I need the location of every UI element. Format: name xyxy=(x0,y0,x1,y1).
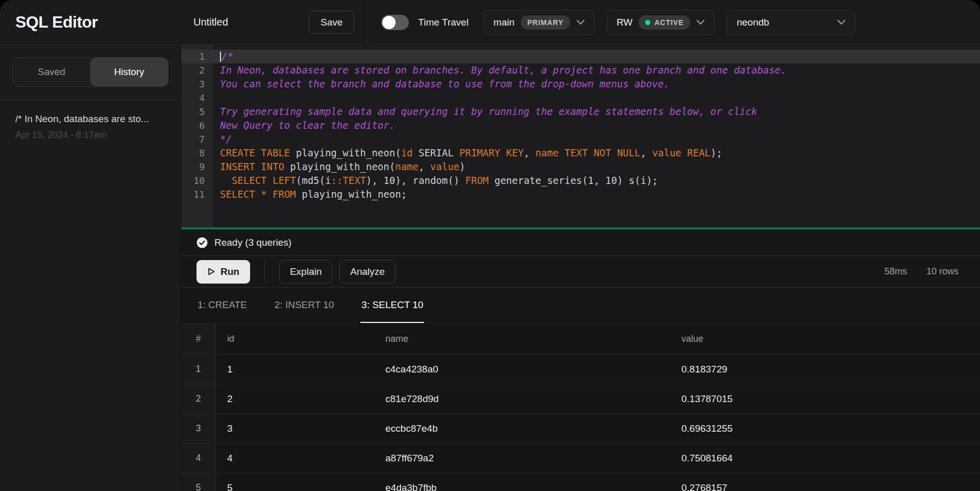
results-table: #idnamevalue 11c4ca4238a00.818372922c81e… xyxy=(181,323,980,491)
table-cell: c81e728d9d xyxy=(374,384,670,413)
code-token: SERIAL xyxy=(413,147,460,158)
table-row: 55e4da3b7fbb0.2768157 xyxy=(181,473,980,491)
line-content: In Neon, databases are stored on branche… xyxy=(213,63,980,77)
code-token: * xyxy=(261,189,266,200)
code-token: , xyxy=(524,147,535,158)
code-token xyxy=(220,175,232,186)
code-token: playing_with_neon; xyxy=(296,189,407,200)
branch-primary-badge: PRIMARY xyxy=(521,15,570,30)
compute-select[interactable]: RW ACTIVE xyxy=(607,10,715,35)
table-cell: 0.69631255 xyxy=(670,414,980,443)
result-tab-2[interactable]: 2: INSERT 10 xyxy=(274,288,335,323)
sidebar-tabs-section: SavedHistory xyxy=(0,45,181,100)
code-line[interactable]: 6New Query to clear the editor. xyxy=(181,119,980,132)
code-token xyxy=(681,147,687,158)
line-content: INSERT INTO playing_with_neon(name, valu… xyxy=(213,160,980,174)
compute-name: RW xyxy=(617,17,632,28)
ready-status-text: Ready (3 queries) xyxy=(214,237,291,248)
code-line[interactable]: 7*/ xyxy=(181,132,980,146)
sidebar-tab-history[interactable]: History xyxy=(90,58,168,86)
line-number: 5 xyxy=(181,105,213,119)
text-cursor xyxy=(220,52,221,62)
table-cell: 2 xyxy=(181,384,216,413)
code-line[interactable]: 2In Neon, databases are stored on branch… xyxy=(181,63,980,77)
code-token: SELECT xyxy=(232,175,267,186)
table-cell: e4da3b7fbb xyxy=(374,473,670,491)
table-cell: 0.13787015 xyxy=(670,384,980,413)
line-content: /* xyxy=(213,50,980,63)
table-cell: 0.8183729 xyxy=(670,355,980,384)
topbar-divider xyxy=(368,0,368,44)
code-token: Try generating sample data and querying … xyxy=(220,106,757,117)
status-bar: Ready (3 queries) xyxy=(181,229,980,256)
code-token: playing_with_neon( xyxy=(284,161,395,172)
code-token: In Neon, databases are stored on branche… xyxy=(220,64,787,76)
line-number: 6 xyxy=(181,119,213,132)
code-token xyxy=(267,175,273,186)
database-name: neondb xyxy=(737,17,769,28)
code-token: name xyxy=(395,161,419,172)
table-cell: eccbc87e4b xyxy=(374,414,670,443)
code-token: REAL xyxy=(687,147,710,158)
table-row: 33eccbc87e4b0.69631255 xyxy=(181,413,980,443)
column-header: # xyxy=(181,323,216,354)
code-line[interactable]: 10 SELECT LEFT(md5(i::TEXT), 10), random… xyxy=(181,174,980,188)
query-title[interactable]: Untitled xyxy=(193,16,309,28)
branch-select[interactable]: main PRIMARY xyxy=(484,10,595,35)
code-token: ); xyxy=(710,147,722,158)
code-line[interactable]: 5Try generating sample data and querying… xyxy=(181,105,980,119)
code-editor[interactable]: 1/*2In Neon, databases are stored on bra… xyxy=(181,45,980,229)
code-token: name xyxy=(535,147,559,158)
code-token: TEXT NOT NULL xyxy=(565,147,641,158)
run-button[interactable]: Run xyxy=(197,260,250,284)
line-content: SELECT * FROM playing_with_neon; xyxy=(213,188,980,201)
code-line[interactable]: 9INSERT INTO playing_with_neon(name, val… xyxy=(181,160,980,174)
analyze-button[interactable]: Analyze xyxy=(339,260,396,284)
code-token: CREATE TABLE xyxy=(220,147,290,158)
code-token: generate_series(1, 10) s(i); xyxy=(488,175,658,186)
database-select[interactable]: neondb xyxy=(727,10,855,35)
table-cell: 5 xyxy=(216,473,374,491)
line-number: 9 xyxy=(181,160,213,174)
sidebar-header: SQL Editor xyxy=(0,0,181,45)
code-token: , xyxy=(419,161,430,172)
code-token: value xyxy=(652,147,681,158)
table-cell: 3 xyxy=(181,414,216,443)
history-item[interactable]: /* In Neon, databases are sto...Apr 15, … xyxy=(15,113,165,141)
explain-button[interactable]: Explain xyxy=(279,260,332,284)
table-cell: 1 xyxy=(181,355,216,384)
table-cell: 0.75081664 xyxy=(670,443,980,473)
line-number: 7 xyxy=(181,132,213,146)
result-tabs: 1: CREATE2: INSERT 103: SELECT 10 xyxy=(181,288,980,323)
active-status-dot-icon xyxy=(645,20,650,25)
sidebar-tab-saved[interactable]: Saved xyxy=(13,58,90,86)
code-line[interactable]: 8CREATE TABLE playing_with_neon(id SERIA… xyxy=(181,146,980,160)
save-button[interactable]: Save xyxy=(309,11,354,34)
table-cell: c4ca4238a0 xyxy=(374,355,670,384)
code-line[interactable]: 4 xyxy=(181,91,980,105)
code-line[interactable]: 11SELECT * FROM playing_with_neon; xyxy=(181,188,980,201)
table-cell: 3 xyxy=(216,414,374,443)
query-duration: 58ms xyxy=(885,266,907,277)
code-token: , xyxy=(641,147,652,158)
line-content: Try generating sample data and querying … xyxy=(213,105,980,119)
code-line[interactable]: 1/* xyxy=(181,50,980,63)
result-tab-3[interactable]: 3: SELECT 10 xyxy=(360,288,424,323)
compute-status-badge: ACTIVE xyxy=(639,15,690,30)
code-token: ) xyxy=(459,161,465,172)
code-token: FROM xyxy=(465,175,489,186)
code-token: PRIMARY KEY xyxy=(459,147,524,158)
sql-editor-app: SQL Editor SavedHistory /* In Neon, data… xyxy=(0,0,980,491)
time-travel-toggle[interactable] xyxy=(381,15,409,30)
history-item-title: /* In Neon, databases are sto... xyxy=(15,113,165,126)
branch-name: main xyxy=(494,17,514,28)
table-row: 44a87ff679a20.75081664 xyxy=(181,443,980,473)
code-token: SELECT xyxy=(220,189,255,200)
table-cell: 4 xyxy=(216,443,374,473)
result-tab-1[interactable]: 1: CREATE xyxy=(197,288,248,323)
code-line[interactable]: 3You can select the branch and database … xyxy=(181,77,980,91)
history-list: /* In Neon, databases are sto...Apr 15, … xyxy=(0,100,181,154)
time-travel-label: Time Travel xyxy=(418,17,469,28)
results-table-header: #idnamevalue xyxy=(181,323,980,354)
line-content: SELECT LEFT(md5(i::TEXT), 10), random() … xyxy=(213,174,980,188)
